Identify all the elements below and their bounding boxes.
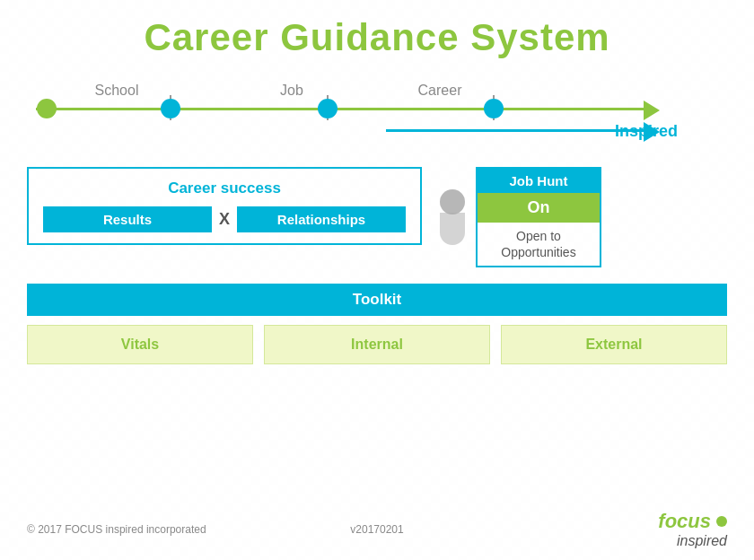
job-hunt-section: Job Hunt On Open toOpportunities xyxy=(440,167,601,267)
career-label: Career xyxy=(418,83,462,99)
career-success-box: Career success Results X Relationships xyxy=(27,167,422,245)
toggle-icon xyxy=(440,189,465,245)
logo-area: focus inspired xyxy=(658,510,727,549)
job-cyan-dot xyxy=(318,99,338,118)
school-dot xyxy=(37,99,57,118)
toggle-top xyxy=(440,189,465,214)
career-success-title: Career success xyxy=(43,179,406,197)
job-hunt-open: Open toOpportunities xyxy=(478,223,600,266)
toolkit-items: Vitals Internal External xyxy=(27,325,727,364)
toolkit-section: Toolkit Vitals Internal External xyxy=(27,284,727,364)
version-text: v20170201 xyxy=(350,523,403,536)
page: Career Guidance System School Job Career… xyxy=(0,0,754,560)
career-row: Results X Relationships xyxy=(43,206,406,232)
toolkit-vitals: Vitals xyxy=(27,325,253,364)
job-hunt-box: Job Hunt On Open toOpportunities xyxy=(476,167,601,267)
footer: © 2017 FOCUS inspired incorporated v2017… xyxy=(0,510,754,549)
green-timeline-line xyxy=(36,108,655,110)
toolkit-external: External xyxy=(501,325,727,364)
x-label: X xyxy=(219,210,230,229)
job-hunt-on: On xyxy=(478,193,600,223)
page-title: Career Guidance System xyxy=(0,0,754,59)
toolkit-header: Toolkit xyxy=(27,284,727,316)
logo-row: focus xyxy=(658,510,727,533)
job-hunt-header: Job Hunt xyxy=(478,169,600,193)
timeline-section: School Job Career Inspired xyxy=(27,75,727,156)
school-cyan-dot xyxy=(161,99,180,118)
school-label: School xyxy=(95,83,139,99)
career-cyan-dot xyxy=(484,99,504,118)
focus-dot-icon xyxy=(716,516,727,527)
inspired-footer-text: inspired xyxy=(677,533,727,549)
relationships-pill: Relationships xyxy=(237,206,406,232)
results-pill: Results xyxy=(43,206,212,232)
copyright-text: © 2017 FOCUS inspired incorporated xyxy=(27,523,206,536)
focus-text: focus xyxy=(658,510,711,533)
inspired-label: Inspired xyxy=(615,122,678,141)
main-content: Career success Results X Relationships J… xyxy=(27,167,727,267)
toolkit-internal: Internal xyxy=(264,325,490,364)
green-arrow-icon xyxy=(644,101,660,120)
focus-inspired-logo: focus inspired xyxy=(658,510,727,549)
toggle-bottom xyxy=(440,213,465,245)
job-label: Job xyxy=(280,83,303,99)
